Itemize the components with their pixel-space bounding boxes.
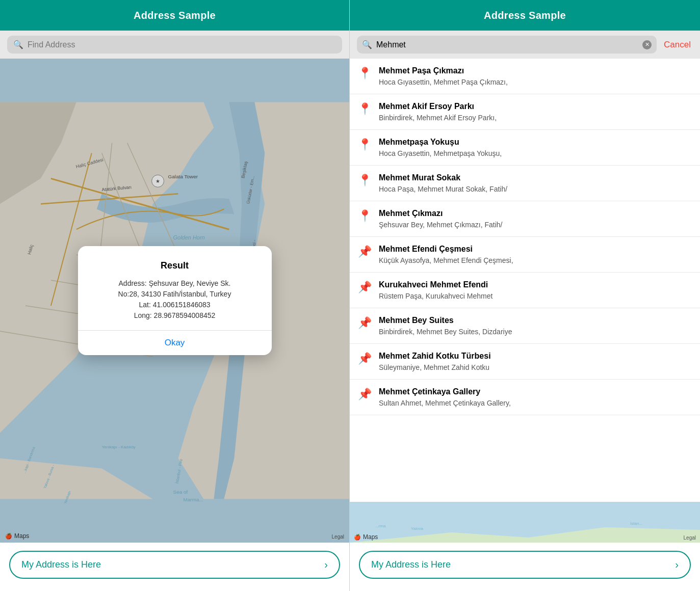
right-address-button-label: My Address is Here bbox=[371, 559, 451, 570]
right-search-bar[interactable]: 🔍 ✕ bbox=[357, 36, 657, 53]
black-pin-icon: 📌 bbox=[358, 316, 372, 330]
left-address-button-label: My Address is Here bbox=[21, 559, 101, 570]
black-pin-icon: 📌 bbox=[358, 245, 372, 258]
result-subtitle: Hoca Gıyasettin, Mehmetpaşa Yokuşu, bbox=[379, 149, 692, 158]
result-title: Mehmet Paşa Çıkmazı bbox=[379, 66, 692, 76]
result-title: Mehmet Bey Suites bbox=[379, 315, 692, 326]
modal-title: Result bbox=[94, 260, 255, 271]
result-item[interactable]: 📍Mehmet Akif Ersoy ParkıBinbirdirek, Meh… bbox=[350, 94, 700, 130]
right-search-input[interactable] bbox=[376, 40, 638, 49]
right-panel: Address Sample 🔍 ✕ Cancel 📍Mehmet Paşa Ç… bbox=[350, 0, 700, 591]
result-text: Mehmetpaşa YokuşuHoca Gıyasettin, Mehmet… bbox=[379, 137, 692, 158]
result-subtitle: Şehsuvar Bey, Mehmet Çıkmazı, Fatih/ bbox=[379, 220, 692, 229]
cancel-search-button[interactable]: Cancel bbox=[662, 40, 693, 50]
svg-text:İstan...: İstan... bbox=[630, 521, 642, 526]
svg-text:...rma: ...rma bbox=[375, 524, 386, 528]
result-title: Mehmet Akif Ersoy Parkı bbox=[379, 101, 692, 112]
red-pin-icon: 📍 bbox=[358, 102, 372, 116]
result-subtitle: Rüstem Paşa, Kurukahveci Mehmet bbox=[379, 291, 692, 301]
left-search-container: 🔍 bbox=[0, 31, 349, 59]
clear-search-button[interactable]: ✕ bbox=[642, 40, 652, 49]
result-subtitle: Küçük Ayasofya, Mehmet Efendi Çeşmesi, bbox=[379, 256, 692, 265]
result-modal: Result Address: Şehsuvar Bey, Neviye Sk.… bbox=[78, 246, 272, 355]
result-item[interactable]: 📌Kurukahveci Mehmet EfendiRüstem Paşa, K… bbox=[350, 273, 700, 308]
modal-address-line2: No:28, 34130 Fatih/İstanbul, Turkey bbox=[118, 290, 231, 298]
result-item[interactable]: 📍Mehmet Paşa ÇıkmazıHoca Gıyasettin, Meh… bbox=[350, 59, 700, 94]
result-item[interactable]: 📍Mehmetpaşa YokuşuHoca Gıyasettin, Mehme… bbox=[350, 130, 700, 166]
result-text: Mehmet Akif Ersoy ParkıBinbirdirek, Mehm… bbox=[379, 101, 692, 122]
result-title: Kurukahveci Mehmet Efendi bbox=[379, 280, 692, 290]
left-address-button-arrow: › bbox=[324, 559, 328, 571]
result-text: Mehmet Paşa ÇıkmazıHoca Gıyasettin, Mehm… bbox=[379, 66, 692, 87]
right-map-footer: 🍎 Maps bbox=[354, 533, 378, 541]
right-header: Address Sample bbox=[350, 0, 700, 31]
result-title: Mehmetpaşa Yokuşu bbox=[379, 137, 692, 148]
search-icon-left: 🔍 bbox=[13, 40, 23, 49]
left-bottom-btn-container: My Address is Here › bbox=[0, 543, 349, 591]
modal-address-line1: Address: Şehsuvar Bey, Neviye Sk. bbox=[119, 279, 231, 287]
result-title: Mehmet Çıkmazı bbox=[379, 208, 692, 219]
right-maps-label: Maps bbox=[363, 533, 378, 541]
black-pin-icon: 📌 bbox=[358, 281, 372, 294]
black-pin-icon: 📌 bbox=[358, 388, 372, 401]
modal-lat: Lat: 41.006151846083 bbox=[139, 301, 210, 309]
result-item[interactable]: 📌Mehmet Efendi ÇeşmesiKüçük Ayasofya, Me… bbox=[350, 237, 700, 273]
right-app-title: Address Sample bbox=[484, 10, 566, 21]
result-item[interactable]: 📍Mehmet ÇıkmazıŞehsuvar Bey, Mehmet Çıkm… bbox=[350, 201, 700, 237]
left-map-area: ★ Haliç Caddesi Atatürk Bulvarı Haliç Go… bbox=[0, 59, 349, 543]
result-text: Mehmet Zahid Kotku TürbesiSüleymaniye, M… bbox=[379, 351, 692, 372]
result-subtitle: Hoca Gıyasettin, Mehmet Paşa Çıkmazı, bbox=[379, 77, 692, 87]
right-apple-logo-icon: 🍎 bbox=[354, 534, 361, 541]
right-search-container: 🔍 ✕ Cancel bbox=[350, 31, 700, 59]
result-text: Mehmet Murat SokakHoca Paşa, Mehmet Mura… bbox=[379, 173, 692, 194]
modal-body: Address: Şehsuvar Bey, Neviye Sk. No:28,… bbox=[94, 278, 255, 321]
result-title: Mehmet Efendi Çeşmesi bbox=[379, 244, 692, 255]
black-pin-icon: 📌 bbox=[358, 352, 372, 365]
svg-text:Yalova: Yalova bbox=[411, 526, 423, 531]
left-panel: Address Sample 🔍 bbox=[0, 0, 350, 591]
right-legal-text: Legal bbox=[684, 535, 696, 541]
right-address-button-arrow: › bbox=[675, 559, 679, 571]
result-title: Mehmet Çetinkaya Gallery bbox=[379, 387, 692, 397]
left-address-button[interactable]: My Address is Here › bbox=[9, 551, 340, 579]
result-text: Kurukahveci Mehmet EfendiRüstem Paşa, Ku… bbox=[379, 280, 692, 301]
result-item[interactable]: 📍Mehmet Murat SokakHoca Paşa, Mehmet Mur… bbox=[350, 166, 700, 201]
result-subtitle: Binbirdirek, Mehmet Bey Suites, Dizdariy… bbox=[379, 327, 692, 336]
result-title: Mehmet Zahid Kotku Türbesi bbox=[379, 351, 692, 362]
result-title: Mehmet Murat Sokak bbox=[379, 173, 692, 183]
result-text: Mehmet Çetinkaya GallerySultan Ahmet, Me… bbox=[379, 387, 692, 408]
red-pin-icon: 📍 bbox=[358, 138, 372, 151]
modal-overlay: Result Address: Şehsuvar Bey, Neviye Sk.… bbox=[0, 59, 349, 543]
result-item[interactable]: 📌Mehmet Zahid Kotku TürbesiSüleymaniye, … bbox=[350, 344, 700, 380]
right-bottom-btn-container: My Address is Here › bbox=[350, 543, 700, 591]
red-pin-icon: 📍 bbox=[358, 174, 372, 187]
modal-ok-button[interactable]: Okay bbox=[94, 331, 255, 355]
result-item[interactable]: 📌Mehmet Çetinkaya GallerySultan Ahmet, M… bbox=[350, 380, 700, 415]
results-list: 📍Mehmet Paşa ÇıkmazıHoca Gıyasettin, Meh… bbox=[350, 59, 700, 502]
red-pin-icon: 📍 bbox=[358, 67, 372, 80]
result-subtitle: Hoca Paşa, Mehmet Murat Sokak, Fatih/ bbox=[379, 184, 692, 194]
modal-long: Long: 28.9678594008452 bbox=[134, 311, 216, 319]
right-address-button[interactable]: My Address is Here › bbox=[359, 551, 691, 579]
right-map-preview: ...rma Yalova İstan... 🍎 Maps Legal bbox=[350, 502, 700, 543]
result-text: Mehmet ÇıkmazıŞehsuvar Bey, Mehmet Çıkma… bbox=[379, 208, 692, 229]
search-icon-right: 🔍 bbox=[362, 40, 372, 49]
left-search-input[interactable] bbox=[28, 40, 336, 49]
result-subtitle: Binbirdirek, Mehmet Akif Ersoy Parkı, bbox=[379, 113, 692, 122]
result-subtitle: Süleymaniye, Mehmet Zahid Kotku bbox=[379, 363, 692, 372]
left-header: Address Sample bbox=[0, 0, 349, 31]
result-subtitle: Sultan Ahmet, Mehmet Çetinkaya Gallery, bbox=[379, 398, 692, 408]
red-pin-icon: 📍 bbox=[358, 209, 372, 223]
left-app-title: Address Sample bbox=[134, 10, 216, 21]
result-text: Mehmet Efendi ÇeşmesiKüçük Ayasofya, Meh… bbox=[379, 244, 692, 265]
result-item[interactable]: 📌Mehmet Bey SuitesBinbirdirek, Mehmet Be… bbox=[350, 308, 700, 344]
result-text: Mehmet Bey SuitesBinbirdirek, Mehmet Bey… bbox=[379, 315, 692, 336]
left-search-bar[interactable]: 🔍 bbox=[7, 36, 342, 53]
